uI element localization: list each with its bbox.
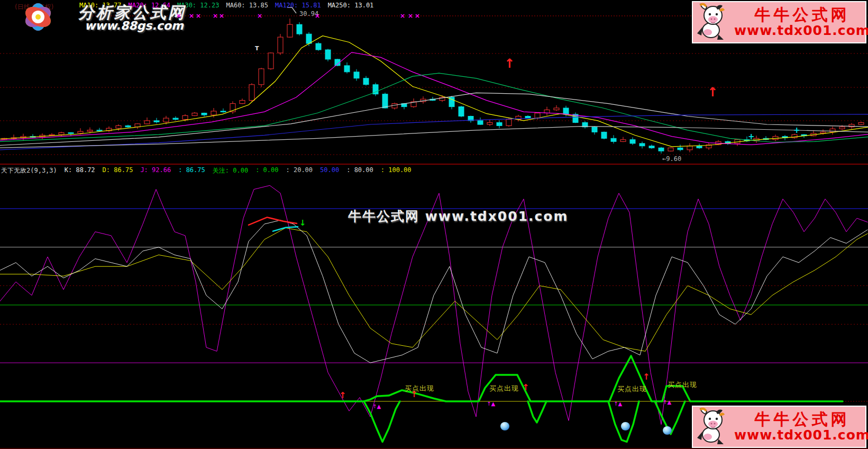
sell-x-icon: × <box>408 12 413 20</box>
trough-price-label: ←9.60 <box>662 155 681 163</box>
buy-arrow-icon: ↑ <box>643 373 650 381</box>
buy-mark-icon: ↑▲ <box>487 401 495 407</box>
banner-site-url[interactable]: www.tdx001.com <box>734 428 868 443</box>
buy-point-label: 买点出现 <box>617 384 647 394</box>
sell-x-icon: × <box>257 12 262 20</box>
indicator-value-item: : 86.75 <box>178 166 205 175</box>
indicator-value-item: : 80.00 <box>346 166 373 175</box>
indicator-value-item: 50.00 <box>320 166 339 175</box>
niuniu-banner-top[interactable]: 牛牛公式网 www.tdx001.com <box>692 1 866 43</box>
buy-arrow-icon: ↑ <box>339 391 346 400</box>
banner-site-name: 牛牛公式网 <box>754 6 849 23</box>
flower-logo-icon <box>3 0 77 34</box>
indicator-value-item: : 100.00 <box>381 166 412 175</box>
blue-sphere-icon <box>663 426 672 435</box>
ma-legend-item: MA120: 15.81 <box>275 2 321 9</box>
buy-mark-icon: ↑▲ <box>372 404 381 409</box>
analyst-site-url[interactable]: www.88gs.com <box>85 19 184 32</box>
sell-x-icon: × <box>196 12 201 20</box>
plus-mark-icon: + <box>793 127 800 134</box>
indicator-value-item: 天下无敌2(9,3,3) <box>1 166 57 175</box>
entry-arrow-icon: ↓ <box>299 219 306 227</box>
t-mark-icon: T <box>255 46 259 51</box>
blue-sphere-icon <box>500 422 509 430</box>
buy-arrow-icon: ↑ <box>522 383 529 392</box>
buy-point-label: 买点出现 <box>489 384 519 393</box>
up-arrow-icon: ↑ <box>707 86 718 98</box>
buy-point-label: 买点出现 <box>405 384 434 393</box>
indicator-value-item: 关注: 0.00 <box>213 166 248 175</box>
buy-mark-icon: ↑▲ <box>663 400 671 405</box>
buy-mark-icon: ↑▲ <box>614 401 622 407</box>
up-arrow-icon: ↑ <box>504 57 515 70</box>
sell-x-icon: × <box>189 12 194 20</box>
niuniu-banner-bottom[interactable]: 牛牛公式网 www.tdx001.com <box>692 406 866 448</box>
blue-sphere-icon <box>621 422 630 430</box>
ma-legend-item: MA250: 13.01 <box>328 2 374 9</box>
sell-x-icon: × <box>219 12 224 20</box>
cow-mascot-icon <box>695 407 733 446</box>
center-watermark: 牛牛公式网 www.tdx001.com <box>348 208 569 225</box>
indicator-value-item: : 0.00 <box>255 166 278 175</box>
banner-site-url[interactable]: www.tdx001.com <box>734 23 868 38</box>
buy-point-label: 买点出现 <box>668 380 697 390</box>
indicator-value-item: K: 88.72 <box>65 166 95 175</box>
indicator-value-item: : 20.00 <box>286 166 313 175</box>
indicator-value-item: J: 92.66 <box>140 166 171 175</box>
cow-mascot-icon <box>695 3 733 42</box>
sell-x-icon: × <box>315 12 320 20</box>
stock-app-screen: (日线 前复权) MA10: 13.77MA20: 12.64MA30: 12.… <box>0 0 868 449</box>
analyst-watermark: 分析家公式网 www.88gs.com <box>0 0 275 34</box>
banner-site-name: 牛牛公式网 <box>754 411 849 428</box>
sell-x-icon: × <box>400 12 405 20</box>
indicator-value-item: D: 86.75 <box>103 166 133 175</box>
sell-x-icon: × <box>415 12 420 20</box>
plus-mark-icon: + <box>748 133 755 141</box>
sell-x-icon: × <box>213 12 218 20</box>
indicator-header-row: 天下无敌2(9,3,3)K: 88.72D: 86.75J: 92.66: 86… <box>1 166 412 175</box>
sell-x-icon: × <box>176 12 181 20</box>
